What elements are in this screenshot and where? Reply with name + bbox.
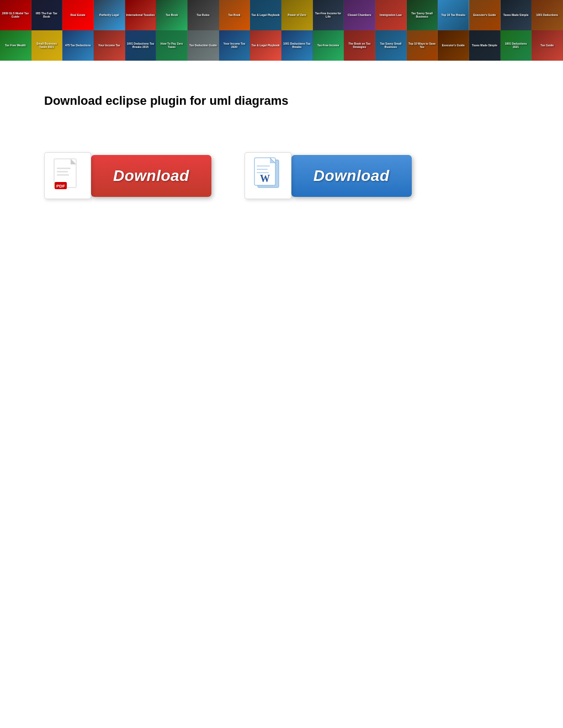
- svg-text:W: W: [260, 173, 270, 184]
- book-cover: 2009 GLS Model Tax Guide: [0, 0, 31, 30]
- book-title: Tax Savvy Small Business: [375, 41, 406, 50]
- book-title: Top 10 Tax Breaks: [440, 13, 466, 18]
- svg-rect-3: [57, 174, 69, 176]
- book-cover: Tax & Legal Playbook: [250, 30, 282, 61]
- book-cover: Executor's Guide: [469, 0, 501, 30]
- book-cover: Tax Savvy Small Business: [375, 30, 407, 61]
- book-title: International Taxation: [125, 13, 156, 18]
- book-cover: Real Estate: [62, 0, 94, 30]
- svg-rect-9: [257, 169, 268, 170]
- book-cover: Tax-Free Income for Life: [313, 0, 344, 30]
- book-title: Small Business Taxes 2021: [31, 41, 62, 50]
- book-title: Tax Rules: [195, 13, 210, 18]
- svg-rect-1: [57, 168, 71, 169]
- book-cover: 1001 Deductions Tax Breaks 2015: [125, 30, 157, 61]
- book-cover: Your Income Tax: [94, 30, 125, 61]
- book-title: Real Estate: [70, 13, 87, 18]
- book-title: Tax Guide: [539, 43, 555, 49]
- book-cover: Perfectly Legal: [94, 0, 125, 30]
- pdf-icon-container: PDF: [44, 152, 91, 199]
- book-cover: Taxes Made Simple: [501, 0, 532, 30]
- book-banner-row1: 2009 GLS Model Tax GuideIRS The Fair Tax…: [0, 0, 563, 30]
- book-title: Tax Free Wealth: [4, 43, 27, 49]
- book-cover: Closed Chambers: [344, 0, 375, 30]
- book-cover: Tax & Legal Playbook: [250, 0, 282, 30]
- main-content: Download eclipse plugin for uml diagrams: [0, 61, 563, 221]
- book-title: Taxes Made Simple: [471, 43, 498, 49]
- word-icon-container: W: [245, 152, 291, 199]
- book-title: Executor's Guide: [441, 43, 466, 49]
- book-cover: Tax-Free Income: [313, 30, 344, 61]
- pdf-download-wrapper: PDF Download: [44, 152, 211, 199]
- book-title: 2009 GLS Model Tax Guide: [0, 11, 31, 19]
- book-cover: How To Pay Zero Taxes: [156, 30, 188, 61]
- book-cover: 1001 Deductions 2021: [501, 30, 532, 61]
- book-title: Top 10 Ways to Save Tax: [407, 41, 438, 50]
- svg-text:PDF: PDF: [56, 184, 65, 189]
- book-title: Tax Savvy Small Business: [407, 11, 438, 19]
- book-title: 1001 Deductions 2021: [501, 41, 532, 50]
- word-download-button[interactable]: Download: [291, 155, 412, 197]
- book-cover: Executor's Guide: [438, 30, 469, 61]
- book-title: 1001 Deductions: [535, 13, 559, 18]
- pdf-icon: PDF: [52, 158, 83, 194]
- book-cover: Tax Book: [156, 0, 188, 30]
- page-title: Download eclipse plugin for uml diagrams: [44, 94, 519, 108]
- download-section: PDF Download: [44, 152, 519, 199]
- book-title: Executor's Guide: [472, 13, 497, 18]
- svg-rect-8: [257, 165, 270, 167]
- book-title: Perfectly Legal: [98, 13, 120, 18]
- book-cover: Tax Book: [219, 0, 251, 30]
- book-title: 1001 Deductions Tax Breaks 2015: [125, 41, 156, 50]
- book-cover: Tax Free Wealth: [0, 30, 31, 61]
- book-cover: Immigration Law: [375, 0, 407, 30]
- book-cover: Tax Savvy Small Business: [407, 0, 438, 30]
- svg-rect-2: [57, 171, 68, 173]
- word-icon: W: [251, 157, 284, 195]
- book-title: Tax & Legal Playbook: [251, 13, 281, 18]
- book-title: Taxes Made Simple: [502, 13, 530, 18]
- book-title: Tax Book: [164, 13, 179, 18]
- book-title: Power of Zero: [286, 13, 307, 18]
- book-cover: Your Income Tax 2020: [219, 30, 251, 61]
- book-cover: IRS The Fair Tax Book: [31, 0, 63, 30]
- book-cover: Top 10 Ways to Save Tax: [407, 30, 438, 61]
- book-banner-row2: Tax Free WealthSmall Business Taxes 2021…: [0, 30, 563, 61]
- book-title: Closed Chambers: [347, 13, 373, 18]
- book-title: 475 Tax Deductions: [64, 43, 92, 49]
- book-cover: Tax Deduction Guide: [188, 30, 219, 61]
- book-title: Your Income Tax: [97, 43, 121, 49]
- book-title: Tax & Legal Playbook: [251, 43, 281, 49]
- book-cover: Small Business Taxes 2021: [31, 30, 63, 61]
- book-title: Immigration Law: [379, 13, 403, 18]
- book-cover: 1001 Deductions Tax Breaks: [282, 30, 313, 61]
- book-title: 1001 Deductions Tax Breaks: [282, 41, 312, 50]
- book-title: The Book on Tax Strategies: [344, 41, 375, 50]
- book-cover: Tax Rules: [188, 0, 219, 30]
- book-title: Tax Deduction Guide: [188, 43, 218, 49]
- book-title: Your Income Tax 2020: [219, 41, 250, 50]
- book-cover: International Taxation: [125, 0, 157, 30]
- book-title: How To Pay Zero Taxes: [156, 41, 187, 50]
- book-cover: Power of Zero: [282, 0, 313, 30]
- book-cover: Taxes Made Simple: [469, 30, 501, 61]
- word-download-wrapper: W Download: [245, 152, 412, 199]
- book-cover: Top 10 Tax Breaks: [438, 0, 469, 30]
- book-title: Tax-Free Income: [316, 43, 340, 49]
- book-title: Tax Book: [227, 13, 241, 18]
- book-title: IRS The Fair Tax Book: [31, 11, 62, 19]
- book-title: Tax-Free Income for Life: [313, 11, 344, 19]
- book-cover: Tax Guide: [532, 30, 563, 61]
- pdf-download-button[interactable]: Download: [91, 155, 211, 197]
- book-cover: 1001 Deductions: [532, 0, 563, 30]
- book-cover: 475 Tax Deductions: [62, 30, 94, 61]
- book-cover: The Book on Tax Strategies: [344, 30, 375, 61]
